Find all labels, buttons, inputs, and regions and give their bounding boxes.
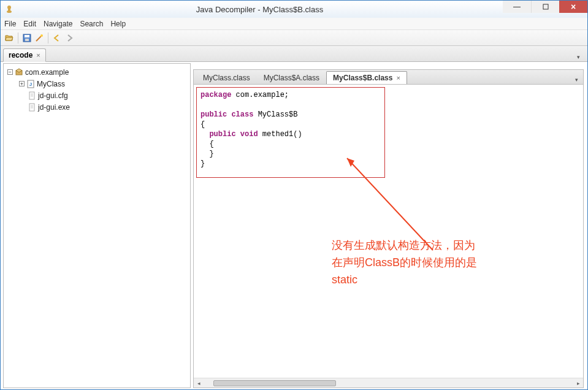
close-tab-icon[interactable]: × [396, 74, 400, 82]
split-pane: − com.example + J MyClass j [1, 62, 587, 389]
java-file-icon: J [26, 80, 35, 88]
svg-rect-16 [29, 104, 34, 111]
tree-label: jd-gui.exe [38, 103, 70, 112]
scroll-right-icon[interactable]: ▸ [573, 378, 583, 388]
file-icon [28, 103, 36, 112]
toolbar [1, 30, 587, 46]
annotation-line: 在声明ClassB的时候使用的是 [332, 254, 477, 271]
scrollbar-thumb[interactable] [213, 380, 336, 386]
code-text: methed1() [258, 130, 302, 139]
titlebar: Java Decompiler - MyClass$B.class — × [1, 1, 587, 18]
outer-tab-label: recode [9, 51, 32, 59]
tab-myclass-b[interactable]: MyClass$B.class × [326, 71, 407, 85]
svg-rect-3 [543, 4, 548, 9]
horizontal-scrollbar[interactable]: ◂ ▸ [194, 378, 583, 388]
annotation-line: 没有生成默认构造方法，因为 [332, 237, 477, 254]
forward-icon[interactable] [64, 33, 74, 43]
svg-point-8 [40, 34, 43, 37]
back-icon[interactable] [52, 33, 62, 43]
file-icon [28, 91, 36, 100]
window-controls: — × [503, 1, 587, 13]
svg-line-7 [36, 36, 41, 41]
annotation-text: 没有生成默认构造方法，因为 在声明ClassB的时候使用的是 static [332, 237, 477, 288]
tab-label: MyClass$A.class [264, 74, 319, 82]
tree-row-cfg[interactable]: jd-gui.cfg [7, 90, 186, 101]
code-text: } [200, 159, 205, 168]
tab-myclass-a[interactable]: MyClass$A.class [257, 71, 326, 84]
menu-edit[interactable]: Edit [23, 20, 36, 28]
code-text: } [200, 150, 214, 158]
tree-label: com.example [25, 68, 69, 77]
close-tab-icon[interactable]: × [36, 52, 40, 59]
svg-point-2 [7, 10, 12, 13]
svg-text:J: J [29, 82, 32, 87]
tab-myclass[interactable]: MyClass.class [196, 71, 257, 84]
expand-icon[interactable]: + [19, 81, 25, 86]
collapse-icon[interactable]: − [7, 69, 13, 75]
kw-public: public [209, 130, 235, 139]
svg-rect-6 [25, 39, 29, 41]
kw-class: class [227, 110, 253, 119]
open-icon[interactable] [4, 33, 14, 43]
maximize-button[interactable] [531, 1, 559, 13]
window-title: Java Decompiler - MyClass$B.class [17, 5, 503, 14]
code-text: MyClass$B [253, 110, 297, 119]
toolbar-separator [18, 32, 18, 44]
code-editor[interactable]: package com.example; public class MyClas… [193, 84, 584, 388]
outer-tabbar: recode × ▾ [1, 46, 587, 62]
menu-search[interactable]: Search [80, 20, 103, 28]
annotation-line: static [332, 271, 477, 288]
tree-pane: − com.example + J MyClass j [3, 63, 191, 388]
svg-rect-5 [25, 35, 29, 37]
code-text: { [200, 120, 205, 129]
code-text: com.example; [231, 91, 289, 99]
tree-label: jd-gui.cfg [38, 91, 68, 100]
scroll-left-icon[interactable]: ◂ [194, 378, 204, 388]
outer-tab-recode[interactable]: recode × [3, 48, 46, 62]
menu-help[interactable]: Help [110, 20, 126, 28]
inner-tabbar: MyClass.class MyClass$A.class MyClass$B.… [193, 69, 584, 84]
toolbar-separator [48, 32, 48, 44]
code-text: { [200, 140, 214, 148]
close-button[interactable]: × [559, 1, 587, 13]
tabbar-chevron-icon[interactable]: ▾ [574, 53, 582, 61]
tree: − com.example + J MyClass j [4, 64, 190, 115]
kw-void: void [236, 130, 258, 139]
tabbar-chevron-icon[interactable]: ▾ [572, 75, 581, 84]
package-icon [15, 68, 23, 77]
kw-public: public [200, 110, 227, 119]
editor-pane: MyClass.class MyClass$A.class MyClass$B.… [193, 63, 584, 388]
menu-file[interactable]: File [4, 20, 16, 28]
svg-rect-12 [29, 92, 34, 99]
minimize-button[interactable]: — [503, 1, 531, 13]
kw-package: package [200, 91, 231, 99]
menu-navigate[interactable]: Navigate [44, 20, 72, 28]
wand-icon[interactable] [34, 33, 44, 43]
tab-label: MyClass$B.class [333, 74, 392, 82]
tree-label: MyClass [37, 80, 65, 88]
tree-row-package[interactable]: − com.example [7, 66, 186, 78]
tab-label: MyClass.class [203, 74, 250, 82]
tree-row-exe[interactable]: jd-gui.exe [7, 101, 186, 113]
menubar: File Edit Navigate Search Help [1, 18, 587, 30]
tree-row-myclass[interactable]: + J MyClass [7, 78, 186, 90]
app-icon [4, 4, 14, 14]
save-icon[interactable] [22, 33, 32, 43]
